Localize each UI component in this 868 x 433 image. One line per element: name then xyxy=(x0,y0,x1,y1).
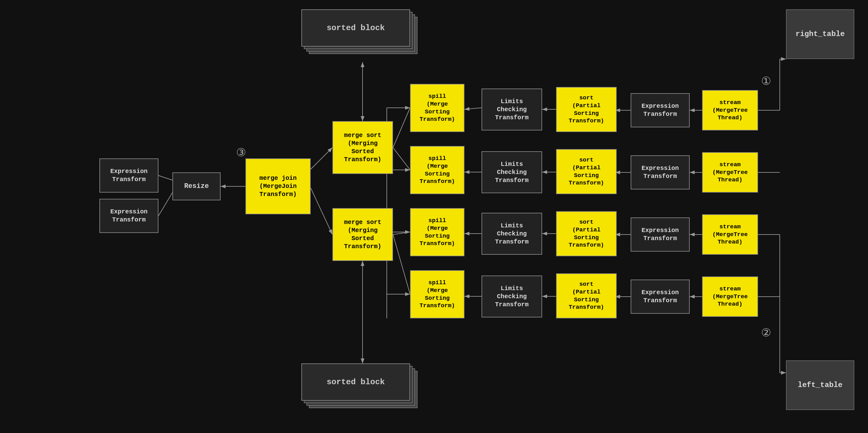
stream1-node: stream (MergeTree Thread) xyxy=(702,90,758,130)
spill4-node: spill (Merge Sorting Transform) xyxy=(410,270,464,318)
stream2-node: stream (MergeTree Thread) xyxy=(702,152,758,193)
spill2-node: spill (Merge Sorting Transform) xyxy=(410,146,464,194)
svg-line-13 xyxy=(393,232,410,235)
expr4-node: Expression Transform xyxy=(631,280,690,314)
mergesort2-node: merge sort (Merging Sorted Transform) xyxy=(333,208,393,261)
spill3-node: spill (Merge Sorting Transform) xyxy=(410,208,464,256)
svg-line-14 xyxy=(393,235,410,294)
expr2-node: Expression Transform xyxy=(631,155,690,189)
svg-line-9 xyxy=(311,148,333,169)
limits1-node: Limits Checking Transform xyxy=(482,89,542,130)
right-table-node: right_table xyxy=(786,9,854,59)
left-table-node: left_table xyxy=(786,360,854,410)
stream3-node: stream (MergeTree Thread) xyxy=(702,214,758,255)
sorted-block-top-label: sorted block xyxy=(327,23,384,33)
stream4-node: stream (MergeTree Thread) xyxy=(702,276,758,317)
expr3-node: Expression Transform xyxy=(631,217,690,252)
sorted-block-bottom-label: sorted block xyxy=(327,377,384,387)
limits3-node: Limits Checking Transform xyxy=(482,213,542,255)
svg-line-40 xyxy=(158,176,173,180)
spill1-node: spill (Merge Sorting Transform) xyxy=(410,84,464,132)
svg-line-11 xyxy=(393,108,410,148)
svg-line-12 xyxy=(393,148,410,170)
circle-label-2: ② xyxy=(761,326,771,339)
mergesort1-node: merge sort (Merging Sorted Transform) xyxy=(333,121,393,174)
svg-line-42 xyxy=(158,193,173,216)
mergejoin-node: merge join (MergeJoin Transform) xyxy=(245,158,311,214)
svg-line-15 xyxy=(464,108,482,109)
expr-right-node: Expression Transform xyxy=(99,199,158,233)
sort4-node: sort (Partial Sorting Transform) xyxy=(556,273,617,318)
diagram: sorted block sorted block right_table le… xyxy=(0,0,868,433)
limits4-node: Limits Checking Transform xyxy=(482,276,542,317)
circle-label-3: ③ xyxy=(236,146,246,159)
circle-label-1: ① xyxy=(761,74,771,88)
resize-node: Resize xyxy=(173,173,221,200)
sort1-node: sort (Partial Sorting Transform) xyxy=(556,87,617,132)
expr-left-node: Expression Transform xyxy=(99,158,158,193)
sort3-node: sort (Partial Sorting Transform) xyxy=(556,211,617,256)
svg-line-10 xyxy=(311,188,333,235)
expr1-node: Expression Transform xyxy=(631,93,690,127)
sort2-node: sort (Partial Sorting Transform) xyxy=(556,149,617,194)
limits2-node: Limits Checking Transform xyxy=(482,151,542,193)
